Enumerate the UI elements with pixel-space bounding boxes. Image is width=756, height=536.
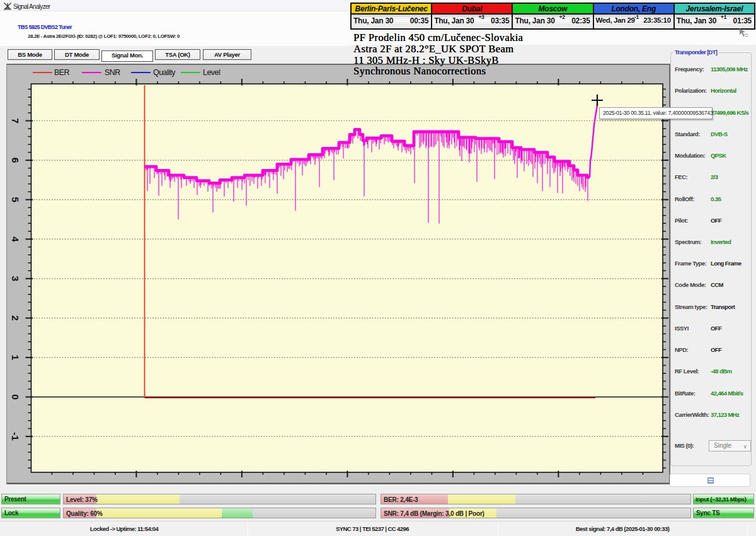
svg-text:-1: -1 [10,432,21,441]
svg-text:0: 0 [10,394,21,400]
svg-text:4: 4 [10,236,21,242]
svg-text:7: 7 [10,118,21,124]
svg-text:5: 5 [10,197,21,202]
svg-text:2: 2 [10,315,21,321]
svg-text:6: 6 [10,158,21,163]
svg-text:3: 3 [10,276,21,281]
svg-text:1: 1 [10,355,21,361]
